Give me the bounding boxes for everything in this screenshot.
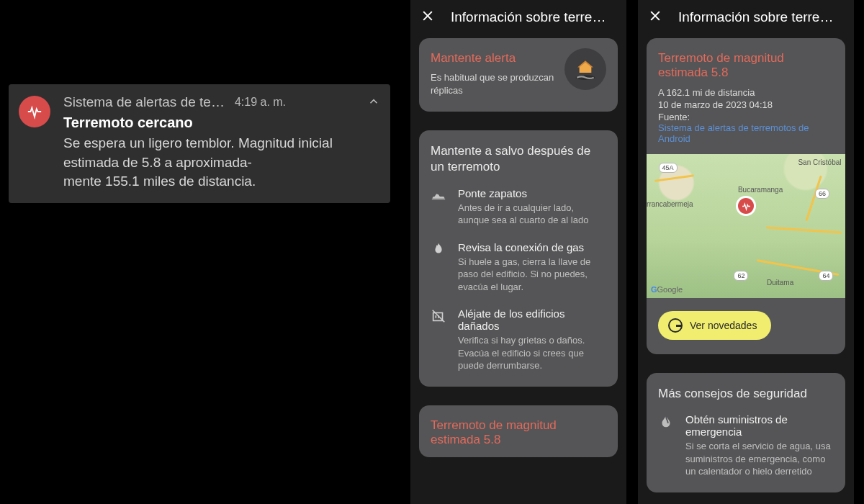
city-label: Bucaramanga	[738, 186, 783, 194]
tip-desc: Verifica si hay grietas o daños. Evacúa …	[458, 334, 606, 372]
quake-source-label: Fuente:	[658, 112, 834, 122]
tip-desc: Si huele a gas, cierra la llave de paso …	[458, 256, 606, 294]
notification-app-name: Sistema de alertas de te…	[63, 94, 225, 110]
stay-alert-title: Mantente alerta	[431, 51, 554, 66]
appbar: Información sobre terremot…	[410, 0, 626, 38]
close-icon[interactable]	[648, 9, 662, 25]
tip-building: Aléjate de los edificios dañados Verific…	[431, 307, 606, 372]
seismic-icon	[19, 96, 50, 127]
screen-quake-detail: Información sobre terremot… Terremoto de…	[638, 0, 854, 504]
more-safety-card: Más consejos de seguridad Obtén suminist…	[647, 373, 845, 492]
google-g-icon	[668, 318, 683, 333]
quake-peek-title: Terremoto de magnitud estimada 5.8	[431, 418, 606, 447]
tip-label: Ponte zapatos	[458, 187, 606, 199]
appbar: Información sobre terremot…	[638, 0, 854, 38]
quake-title: Terremoto de magnitud estimada 5.8	[658, 51, 834, 80]
tip-desc: Antes de ir a cualquier lado, aunque sea…	[458, 202, 606, 227]
city-label: San Cristóbal	[798, 158, 841, 166]
quake-date: 10 de marzo de 2023 04:18	[658, 99, 834, 110]
stay-alert-subtitle: Es habitual que se produzcan réplicas	[431, 71, 554, 97]
see-news-button[interactable]: Ver novedades	[658, 311, 771, 340]
close-icon[interactable]	[420, 9, 435, 25]
appbar-title: Información sobre terremot…	[678, 9, 844, 25]
earthquake-notification[interactable]: Sistema de alertas de te… 4:19 a. m. Ter…	[9, 84, 390, 203]
shoe-icon	[431, 188, 446, 204]
route-badge: 45A	[659, 163, 678, 173]
water-drop-icon	[658, 414, 674, 430]
tip-label: Aléjate de los edificios dañados	[458, 307, 606, 332]
route-badge: 64	[819, 271, 833, 281]
tip-desc: Si se corta el servicio de agua, usa sum…	[685, 440, 834, 478]
tip-shoes: Ponte zapatos Antes de ir a cualquier la…	[431, 187, 606, 227]
epicenter-icon	[738, 198, 754, 214]
tip-label: Obtén suministros de emergencia	[685, 413, 834, 438]
tip-label: Revisa la conexión de gas	[458, 241, 606, 253]
screen-safety: Información sobre terremot… Mantente ale…	[410, 0, 626, 504]
svg-rect-3	[433, 313, 443, 321]
chip-label: Ver novedades	[690, 320, 757, 331]
notification-time: 4:19 a. m.	[235, 96, 286, 109]
appbar-title: Información sobre terremot…	[451, 9, 616, 25]
chevron-up-icon[interactable]	[367, 95, 380, 110]
safe-after-card: Mantente a salvo después de un terremoto…	[419, 130, 618, 387]
quake-distance: A 162.1 mi de distancia	[658, 87, 834, 98]
notification-body: Se espera un ligero temblor. Magnitud in…	[63, 134, 380, 192]
city-label: Duitama	[767, 279, 793, 287]
house-aftershock-icon	[564, 48, 606, 90]
tip-supplies: Obtén suministros de emergencia Si se co…	[658, 413, 834, 478]
quake-detail-card: Terremoto de magnitud estimada 5.8 A 162…	[647, 38, 845, 354]
quake-peek-card[interactable]: Terremoto de magnitud estimada 5.8	[419, 405, 618, 457]
city-label: arrancabermeja	[647, 200, 693, 208]
gas-flame-icon	[431, 242, 446, 258]
quake-source-link[interactable]: Sistema de alertas de terremotos de Andr…	[658, 122, 834, 144]
tip-gas: Revisa la conexión de gas Si huele a gas…	[431, 241, 606, 294]
safe-after-title: Mantente a salvo después de un terremoto	[431, 143, 606, 175]
damaged-building-icon	[431, 308, 446, 324]
quake-map[interactable]: 45A 66 64 62 Bucaramanga arrancabermeja …	[647, 154, 845, 298]
google-logo: GGoogle	[651, 285, 683, 294]
more-safety-title: Más consejos de seguridad	[658, 386, 834, 402]
notification-title: Terremoto cercano	[63, 114, 380, 131]
route-badge: 66	[815, 189, 829, 199]
stay-alert-card[interactable]: Mantente alerta Es habitual que se produ…	[419, 38, 618, 112]
route-badge: 62	[734, 271, 748, 281]
